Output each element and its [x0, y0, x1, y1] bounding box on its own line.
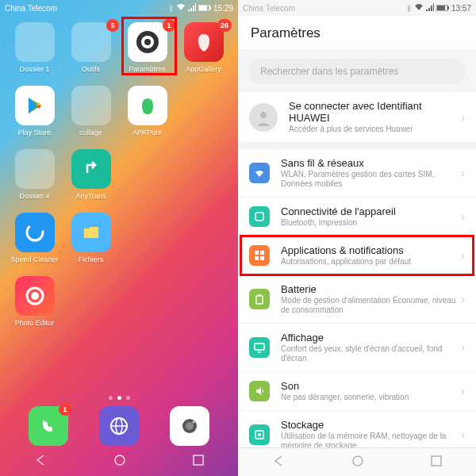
home-screen: China Telecom ᛒ 15:29 Dossier 15Outils1P… [0, 0, 238, 476]
app-label: Dossier 1 [19, 65, 49, 73]
apps-icon [249, 245, 270, 266]
app-label: Dossier 4 [19, 192, 49, 200]
storage-icon [249, 424, 270, 445]
folder-icon [71, 86, 111, 125]
home-button[interactable] [114, 455, 125, 469]
app-play-store[interactable]: Play Store [10, 86, 60, 136]
recent-button[interactable] [431, 455, 442, 470]
nav-bar [238, 447, 476, 476]
files-icon [71, 213, 111, 252]
folder-icon [15, 149, 55, 189]
row-title: Stockage [281, 419, 456, 431]
app-photo-editor[interactable]: Photo Editor [10, 276, 60, 327]
account-sub: Accéder à plus de services Huawei [289, 125, 456, 134]
dock-phone[interactable]: 1 [29, 406, 68, 446]
search-input[interactable]: Rechercher dans les paramètres [249, 59, 465, 84]
dot [126, 396, 130, 400]
back-button[interactable] [272, 455, 285, 470]
row-sub: Autorisations, applications par défaut [281, 257, 456, 267]
app-label: AnyTrans [75, 192, 106, 200]
app-paramètres[interactable]: 1Paramètres [122, 22, 172, 73]
svg-rect-25 [260, 256, 264, 260]
app-grid: Dossier 15Outils1Paramètres26AppGalleryP… [0, 16, 238, 327]
page-title: Paramètres [251, 25, 321, 41]
photoeditor-icon [15, 276, 55, 316]
app-speed-cleaner[interactable]: Speed Cleaner [10, 213, 60, 263]
row-title: Sans fil & réseaux [281, 157, 456, 169]
svg-point-31 [258, 433, 261, 436]
settings-row-display[interactable]: AffichageConfort des yeux, style d'écran… [238, 324, 476, 372]
bluetooth-icon: ᛒ [169, 4, 174, 13]
chevron-right-icon: › [461, 210, 465, 223]
row-title: Affichage [281, 332, 456, 344]
status-bar: China Telecom ᛒ 15:29 [0, 0, 238, 16]
page-indicator [0, 396, 238, 400]
recent-button[interactable] [193, 455, 204, 469]
settings-screen: China Telecom ᛒ 13:57 Paramètres Recherc… [238, 0, 476, 476]
back-button[interactable] [34, 454, 47, 470]
clock-label: 13:57 [451, 4, 471, 13]
badge: 5 [106, 19, 119, 32]
camera-icon [170, 406, 209, 446]
app-appgallery[interactable]: 26AppGallery [178, 22, 228, 73]
app-label: Fichiers [79, 255, 104, 263]
app-collage[interactable]: collage [66, 86, 116, 136]
app-label: AppGallery [186, 65, 221, 73]
home-button[interactable] [352, 455, 363, 470]
row-sub: WLAN, Paramètres gestion des cartes SIM,… [281, 170, 456, 189]
app-anytrans[interactable]: AnyTrans [66, 149, 116, 200]
app-apkpure[interactable]: APKPure [122, 86, 172, 136]
svg-rect-16 [194, 455, 203, 465]
svg-rect-2 [209, 6, 211, 10]
row-sub: Ne pas déranger, sonnerie, vibration [281, 393, 456, 402]
settings-row-apps[interactable]: Applications & notificationsAutorisation… [238, 236, 476, 275]
badge: 26 [217, 19, 232, 32]
carrier-label: China Telecom [243, 4, 295, 13]
svg-rect-33 [432, 456, 441, 466]
search-placeholder: Rechercher dans les paramètres [260, 66, 398, 77]
battery-icon [436, 4, 449, 13]
nav-bar [0, 447, 238, 476]
row-title: Son [281, 380, 456, 392]
anytrans-icon [71, 149, 111, 189]
account-title: Se connecter avec Identifiant HUAWEI [289, 100, 456, 124]
badge: 1 [163, 19, 175, 32]
svg-rect-22 [255, 251, 259, 255]
dock-camera[interactable] [170, 406, 209, 446]
svg-point-8 [31, 292, 39, 300]
browser-icon [99, 406, 139, 446]
app-dossier-1[interactable]: Dossier 1 [10, 22, 60, 73]
app-label: Play Store [18, 129, 52, 136]
settings-row-wifi[interactable]: Sans fil & réseauxWLAN, Paramètres gesti… [238, 149, 476, 198]
svg-rect-23 [260, 251, 264, 255]
settings-header: Paramètres [238, 16, 476, 51]
chevron-right-icon: › [461, 428, 465, 441]
app-label: Paramètres [129, 65, 166, 73]
sound-icon [249, 381, 270, 401]
chevron-right-icon: › [461, 111, 465, 124]
row-title: Connectivité de l'appareil [281, 205, 456, 217]
dock: 1 [0, 406, 238, 446]
avatar-icon [249, 103, 278, 132]
dot-active [117, 396, 121, 400]
app-fichiers[interactable]: Fichiers [66, 213, 116, 263]
app-dossier-4[interactable]: Dossier 4 [10, 149, 60, 200]
app-outils[interactable]: 5Outils [66, 22, 116, 73]
app-label: Photo Editor [15, 319, 55, 327]
settings-list: Se connecter avec Identifiant HUAWEI Acc… [238, 92, 476, 476]
row-sub: Mode de gestion d'alimentation Économie,… [281, 296, 456, 315]
app-label: Outils [82, 65, 100, 73]
row-title: Applications & notifications [281, 244, 456, 256]
wifi-icon [249, 163, 270, 183]
row-sub: Confort des yeux, style d'écran d'accuei… [281, 344, 456, 363]
svg-rect-27 [258, 294, 261, 296]
battery-icon [198, 4, 211, 13]
settings-row-sound[interactable]: SonNe pas déranger, sonnerie, vibration› [238, 372, 476, 411]
settings-row-battery[interactable]: BatterieMode de gestion d'alimentation É… [238, 275, 476, 324]
app-label: Speed Cleaner [10, 255, 58, 263]
speedcleaner-icon [15, 213, 55, 252]
dock-browser[interactable] [99, 406, 139, 446]
settings-row-device[interactable]: Connectivité de l'appareilBluetooth, imp… [238, 198, 476, 236]
signal-icon [426, 3, 434, 13]
account-row[interactable]: Se connecter avec Identifiant HUAWEI Acc… [238, 92, 476, 143]
